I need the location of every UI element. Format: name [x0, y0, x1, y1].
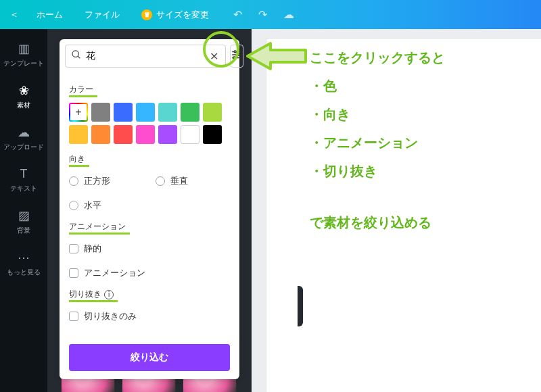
back-chevron-icon[interactable]: ＜ [0, 9, 26, 21]
annotation-arrow-icon [246, 39, 307, 73]
sidebar-item-uploads[interactable]: ☁ アップロード [0, 118, 47, 160]
apply-label: 絞り込む [131, 351, 168, 364]
search-row: ✕ [60, 39, 239, 72]
annotation-text: ここをクリックすると ・色 ・向き ・アニメーション ・切り抜き で素材を絞り込… [310, 43, 445, 237]
templates-icon: ▥ [0, 41, 47, 56]
cloud-sync-icon[interactable]: ☁ [283, 8, 294, 21]
color-swatch[interactable] [114, 125, 133, 144]
orientation-vertical-option[interactable]: 垂直 [156, 175, 216, 187]
info-icon[interactable]: i [104, 290, 114, 299]
sidebar-item-label: 素材 [17, 101, 30, 109]
filter-panel: ✕ カラー + 向き 正方形 垂直 水平 アニメーション 静的 アニメーション … [60, 39, 239, 379]
resize-label: サイズを変更 [156, 9, 209, 21]
sliders-icon [231, 49, 243, 64]
annot-line: ・アニメーション [310, 128, 445, 157]
file-label: ファイル [85, 9, 120, 21]
text-icon: T [0, 167, 47, 181]
annot-line: ここをクリックすると [310, 43, 445, 72]
background-icon: ▨ [0, 208, 47, 223]
animation-static-option[interactable]: 静的 [69, 243, 130, 255]
section-animation-label: アニメーション [69, 221, 126, 235]
checkbox-icon [69, 244, 78, 253]
section-cutout-label: 切り抜きi [69, 289, 114, 302]
section-color-label: カラー [69, 84, 93, 97]
opt-label: 水平 [84, 199, 101, 212]
left-sidebar: ▥ テンプレート ❀ 素材 ☁ アップロード T テキスト ▨ 背景 ⋯ もっと… [0, 29, 47, 392]
color-swatch[interactable] [181, 103, 199, 122]
resize-button[interactable]: ♛ サイズを変更 [131, 9, 220, 21]
uploads-icon: ☁ [0, 125, 47, 140]
color-swatch[interactable] [91, 125, 110, 144]
color-swatch[interactable] [158, 125, 177, 144]
color-swatch[interactable] [69, 125, 88, 144]
home-label: ホーム [37, 9, 63, 21]
svg-point-5 [238, 54, 240, 56]
top-bar: ＜ ホーム ファイル ♛ サイズを変更 ↶ ↷ ☁ [0, 0, 541, 29]
checkbox-icon [69, 312, 78, 321]
opt-label: 静的 [84, 243, 101, 255]
svg-point-7 [233, 57, 235, 59]
filter-button[interactable] [230, 45, 243, 68]
sidebar-item-label: 背景 [17, 226, 30, 234]
sidebar-item-templates[interactable]: ▥ テンプレート [0, 34, 47, 76]
file-menu[interactable]: ファイル [74, 9, 131, 21]
sidebar-item-label: アップロード [3, 143, 44, 151]
checkbox-icon [69, 268, 78, 278]
elements-icon: ❀ [0, 83, 47, 98]
radio-icon [69, 201, 78, 210]
sidebar-item-label: テキスト [10, 185, 37, 192]
color-swatch[interactable] [203, 125, 222, 144]
color-swatch[interactable] [136, 103, 155, 122]
orientation-square-option[interactable]: 正方形 [69, 175, 130, 187]
sidebar-item-label: もっと見る [7, 268, 41, 276]
color-swatches: + [69, 103, 230, 144]
apply-filter-button[interactable]: 絞り込む [69, 344, 230, 371]
color-swatch[interactable] [91, 103, 110, 122]
svg-marker-8 [248, 43, 306, 69]
radio-icon [69, 176, 78, 186]
more-icon: ⋯ [0, 250, 47, 265]
svg-point-0 [72, 51, 78, 57]
opt-label: 切り抜きのみ [84, 310, 137, 322]
panel-collapse-handle[interactable] [298, 286, 303, 326]
section-orientation-label: 向き [69, 153, 85, 167]
color-swatch[interactable] [181, 125, 199, 144]
opt-label: アニメーション [84, 267, 145, 279]
sidebar-item-elements[interactable]: ❀ 素材 [0, 76, 47, 118]
filter-body: カラー + 向き 正方形 垂直 水平 アニメーション 静的 アニメーション 切り… [60, 72, 239, 336]
sidebar-item-more[interactable]: ⋯ もっと見る [0, 243, 47, 285]
toolbar-actions: ↶ ↷ ☁ [233, 8, 294, 21]
annot-line: ・色 [310, 72, 445, 100]
cutout-only-option[interactable]: 切り抜きのみ [69, 310, 137, 322]
sidebar-item-text[interactable]: T テキスト [0, 160, 47, 201]
search-input[interactable] [86, 51, 204, 62]
color-swatch[interactable] [203, 103, 222, 122]
annot-line: で素材を絞り込める [310, 208, 445, 237]
color-swatch[interactable] [114, 103, 133, 122]
search-input-wrap: ✕ [65, 45, 226, 68]
sidebar-item-label: テンプレート [3, 59, 44, 67]
undo-icon[interactable]: ↶ [233, 8, 242, 21]
clear-icon[interactable]: ✕ [208, 50, 220, 63]
add-color-button[interactable]: + [69, 103, 88, 122]
opt-label: 正方形 [84, 175, 110, 187]
color-swatch[interactable] [158, 103, 177, 122]
annot-line: ・切り抜き [310, 157, 445, 185]
crown-icon: ♛ [141, 9, 152, 20]
opt-label: 垂直 [170, 175, 188, 187]
color-swatch[interactable] [136, 125, 155, 144]
animation-animated-option[interactable]: アニメーション [69, 267, 145, 279]
home-button[interactable]: ホーム [26, 9, 74, 21]
sidebar-item-background[interactable]: ▨ 背景 [0, 201, 47, 243]
svg-line-1 [78, 56, 80, 58]
orientation-horizontal-option[interactable]: 水平 [69, 199, 130, 212]
redo-icon[interactable]: ↷ [258, 8, 267, 21]
search-icon [71, 49, 82, 63]
svg-point-3 [234, 51, 236, 53]
radio-icon [156, 176, 165, 186]
annot-line: ・向き [310, 100, 445, 128]
